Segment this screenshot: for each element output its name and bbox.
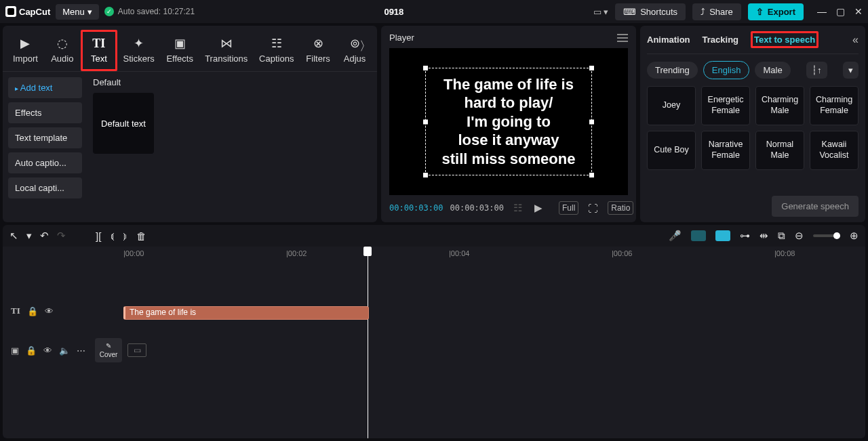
tab-filters[interactable]: ⊗Filters (300, 32, 336, 69)
text-line: The game of life is (442, 75, 576, 94)
text-line: still miss someone (442, 150, 576, 169)
window-controls: — ▢ ✕ (817, 6, 863, 17)
focus-icon[interactable]: ⛶ (585, 201, 601, 215)
maximize-button[interactable]: ▢ (836, 6, 845, 17)
player-panel: Player The game of life is hard to play/… (381, 26, 636, 222)
voice-charming-female[interactable]: Charming Female (810, 86, 859, 125)
tab-import[interactable]: ▶Import (7, 32, 44, 69)
player-text-box[interactable]: The game of life is hard to play/ I'm go… (425, 68, 593, 176)
collapse-panel-icon[interactable]: « (852, 34, 859, 46)
zoom-out-icon[interactable]: ⊖ (795, 230, 804, 242)
voice-cute-boy[interactable]: Cute Boy (647, 131, 696, 170)
filter-male[interactable]: Male (755, 62, 790, 79)
sidebar-local-captions[interactable]: Local capti... (8, 177, 82, 198)
lock-icon[interactable]: 🔒 (27, 306, 38, 316)
timeline-ruler[interactable]: |00:00 |00:02 |00:04 |00:06 |00:08 (3, 247, 865, 263)
tab-captions[interactable]: ☷Captions (254, 32, 300, 69)
tab-stickers[interactable]: ✦Stickers (117, 32, 161, 69)
share-button[interactable]: ⤴ Share (692, 3, 741, 20)
resize-handle[interactable] (423, 173, 428, 177)
play-button[interactable]: ▶ (532, 201, 545, 215)
delete-tool[interactable]: 🗑 (136, 230, 146, 242)
filter-english[interactable]: English (703, 61, 750, 79)
resize-handle[interactable] (423, 119, 428, 124)
tab-tracking[interactable]: Tracking (703, 35, 738, 45)
shortcuts-button[interactable]: ⌨ Shortcuts (615, 3, 686, 20)
undo-button[interactable]: ↶ (40, 230, 49, 242)
filter-settings-icon[interactable]: ┆↑ (806, 62, 827, 79)
lock-icon[interactable]: 🔒 (26, 345, 37, 356)
filter-trending[interactable]: Trending (647, 62, 698, 79)
magnet-toggle[interactable] (715, 230, 730, 241)
sidebar-effects[interactable]: Effects (8, 102, 82, 123)
voice-charming-male[interactable]: Charming Male (755, 86, 804, 125)
compare-icon[interactable]: ☷ (511, 201, 525, 215)
filter-dropdown-icon[interactable]: ▾ (843, 62, 859, 79)
tab-text-to-speech[interactable]: Text to speech (751, 31, 818, 48)
pointer-tool[interactable]: ↖ (9, 230, 18, 242)
aspect-icon[interactable]: ▭ ▾ (593, 7, 609, 17)
voice-joey[interactable]: Joey (647, 86, 696, 125)
pointer-dropdown[interactable]: ▾ (26, 230, 32, 242)
menu-button[interactable]: Menu ▾ (56, 4, 99, 20)
sidebar-add-text[interactable]: Add text (8, 77, 82, 98)
check-icon: ✓ (104, 7, 114, 16)
zoom-slider[interactable] (813, 234, 840, 237)
autosave-status: ✓ Auto saved: 10:27:21 (104, 7, 195, 16)
player-menu-icon[interactable] (617, 34, 628, 42)
resize-handle[interactable] (423, 66, 428, 70)
cover-button[interactable]: ✎ Cover (95, 338, 122, 362)
tab-text[interactable]: TIText (81, 30, 117, 71)
voice-kawaii-vocalist[interactable]: Kawaii Vocalist (810, 131, 859, 170)
export-button[interactable]: ⇧ Export (748, 3, 804, 20)
player-canvas[interactable]: The game of life is hard to play/ I'm go… (389, 48, 628, 195)
tab-effects[interactable]: ▣Effects (161, 32, 199, 69)
ratio-button[interactable]: Ratio (608, 201, 633, 215)
more-icon[interactable]: ⋯ (77, 345, 85, 356)
resize-handle[interactable] (589, 66, 594, 70)
library-content: Default Default text (87, 72, 377, 222)
sidebar-auto-captions[interactable]: Auto captio... (8, 152, 82, 173)
text-clip[interactable]: The game of life is (123, 306, 369, 320)
visibility-icon[interactable]: 👁 (43, 345, 52, 356)
time-total: 00:00:03:00 (450, 203, 503, 213)
preview-icon[interactable]: ⧉ (778, 230, 785, 242)
timeline[interactable]: |00:00 |00:02 |00:04 |00:06 |00:08 TI 🔒 … (3, 247, 865, 438)
tab-transitions[interactable]: ⋈Transitions (199, 32, 254, 69)
edit-icon: ✎ (106, 342, 111, 350)
trim-left-tool[interactable]: ⟬ (109, 230, 115, 242)
sidebar-text-template[interactable]: Text template (8, 127, 82, 148)
video-track-icon: ▣ (11, 345, 19, 356)
mute-icon[interactable]: 🔈 (59, 345, 70, 356)
resize-handle[interactable] (589, 119, 594, 124)
mic-icon[interactable]: 🎤 (669, 230, 682, 242)
generate-speech-button[interactable]: Generate speech (772, 196, 859, 217)
titlebar-right: ▭ ▾ ⌨ Shortcuts ⤴ Share ⇧ Export — ▢ ✕ (593, 3, 863, 20)
snap-toggle[interactable] (691, 230, 706, 241)
svg-rect-1 (7, 8, 14, 15)
redo-button[interactable]: ↷ (57, 230, 66, 242)
filters-icon: ⊗ (313, 36, 323, 51)
tab-animation[interactable]: Animation (647, 35, 690, 45)
tab-audio[interactable]: ◌Audio (44, 32, 81, 69)
link-icon[interactable]: ⊶ (740, 230, 750, 242)
resize-handle[interactable] (589, 173, 594, 177)
voice-grid: Joey Energetic Female Charming Male Char… (647, 86, 859, 170)
voice-normal-male[interactable]: Normal Male (755, 131, 804, 170)
visibility-icon[interactable]: 👁 (45, 306, 54, 316)
zoom-in-icon[interactable]: ⊕ (850, 230, 859, 242)
timeline-toolbar-right: 🎤 ⊶ ⇹ ⧉ ⊖ ⊕ (669, 230, 859, 242)
trim-right-tool[interactable]: ⟭ (123, 230, 128, 242)
voice-energetic-female[interactable]: Energetic Female (701, 86, 750, 125)
shortcuts-label: Shortcuts (640, 7, 677, 17)
voice-narrative-female[interactable]: Narrative Female (701, 131, 750, 170)
video-placeholder[interactable]: ▭ (127, 343, 146, 357)
video-track-head: ▣ 🔒 👁 🔈 ⋯ (3, 345, 91, 356)
default-text-thumb[interactable]: Default text (93, 93, 154, 154)
split-tool[interactable]: ]​[ (96, 230, 101, 242)
align-icon[interactable]: ⇹ (760, 230, 768, 242)
minimize-button[interactable]: — (817, 6, 827, 17)
full-button[interactable]: Full (559, 201, 578, 215)
close-button[interactable]: ✕ (854, 6, 863, 17)
tabs-scroll-right[interactable]: 〉 (359, 38, 372, 54)
